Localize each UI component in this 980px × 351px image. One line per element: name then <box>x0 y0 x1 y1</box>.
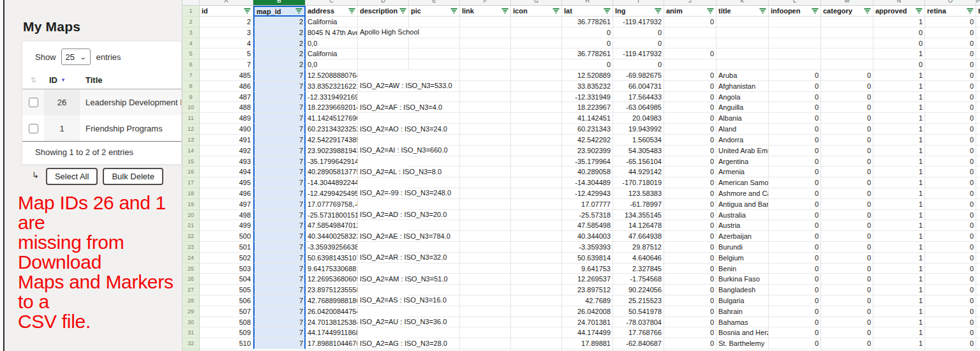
cell[interactable]: 0 <box>664 306 716 317</box>
cell[interactable]: 0 <box>925 70 976 81</box>
cell[interactable] <box>409 327 460 338</box>
cell[interactable]: Bahrain <box>716 306 769 317</box>
cell[interactable]: 1 <box>873 102 925 113</box>
cell[interactable] <box>409 49 460 59</box>
column-letter-A[interactable]: A <box>200 0 253 6</box>
cell[interactable]: Australia <box>716 210 769 221</box>
row-number[interactable]: 1 <box>182 6 200 17</box>
cell[interactable] <box>460 253 511 264</box>
cell[interactable]: 7 <box>253 220 306 231</box>
cell[interactable]: 0 <box>664 199 716 210</box>
cell[interactable] <box>769 17 821 27</box>
cell[interactable]: 42.542292 <box>562 135 613 146</box>
cell[interactable] <box>511 27 562 38</box>
cell[interactable]: 3 <box>200 27 253 38</box>
cell[interactable]: 0 <box>821 102 873 113</box>
cell[interactable]: 0 <box>821 295 873 306</box>
cell[interactable]: Bangladesh <box>716 285 769 295</box>
cell[interactable] <box>976 264 980 274</box>
cell[interactable]: 506 <box>200 295 253 306</box>
row-number[interactable]: 32 <box>182 338 200 349</box>
cell[interactable]: 510 <box>200 338 253 349</box>
row-number[interactable]: 18 <box>182 188 200 199</box>
cell[interactable]: ISO_A2=AE : ISO_N3=784.0 <box>358 231 409 242</box>
cell[interactable] <box>409 264 460 274</box>
cell[interactable] <box>976 220 980 231</box>
cell[interactable] <box>511 295 562 306</box>
cell[interactable]: 0 <box>821 327 873 338</box>
cell[interactable]: 494 <box>200 167 253 177</box>
cell[interactable] <box>664 59 716 70</box>
cell[interactable]: Albania <box>716 113 769 124</box>
cell[interactable]: -119.417932 <box>613 49 664 59</box>
cell[interactable] <box>511 92 562 103</box>
cell[interactable] <box>976 38 980 49</box>
column-header-map_id[interactable]: map_id <box>253 6 306 17</box>
cell[interactable]: 50.63981435107 <box>306 253 358 264</box>
cell[interactable]: 0 <box>664 327 716 338</box>
cell[interactable]: 40.28905813775 <box>306 167 358 177</box>
cell[interactable] <box>460 59 511 70</box>
cell[interactable]: -1.754568 <box>613 274 664 285</box>
cell[interactable] <box>716 59 769 70</box>
cell[interactable]: 0 <box>925 338 976 349</box>
cell[interactable] <box>460 285 511 295</box>
cell[interactable]: Bulgaria <box>716 295 769 306</box>
cell[interactable]: 486 <box>200 81 253 92</box>
cell[interactable] <box>409 92 460 103</box>
cell[interactable] <box>511 285 562 295</box>
cell[interactable]: 7 <box>253 285 306 295</box>
cell[interactable] <box>716 17 769 27</box>
cell[interactable]: 7 <box>253 146 306 156</box>
cell[interactable]: 42.76889988186 <box>306 295 358 306</box>
cell[interactable] <box>976 306 980 317</box>
cell[interactable]: 490 <box>200 124 253 135</box>
cell[interactable]: 1 <box>873 242 925 253</box>
cell[interactable]: 0 <box>769 317 821 328</box>
cell[interactable]: -3.359393 <box>562 242 613 253</box>
cell[interactable] <box>976 167 980 177</box>
cell[interactable] <box>511 81 562 92</box>
filter-icon[interactable] <box>501 8 509 14</box>
filter-icon[interactable] <box>244 8 251 14</box>
cell[interactable]: 0 <box>664 113 716 124</box>
cell[interactable] <box>821 27 873 38</box>
cell[interactable]: 9.641753 <box>562 264 613 274</box>
cell[interactable]: 1 <box>873 327 925 338</box>
cell[interactable] <box>511 135 562 146</box>
filter-icon[interactable] <box>655 8 662 14</box>
row-number[interactable]: 12 <box>182 124 200 135</box>
cell[interactable]: 1 <box>873 274 925 285</box>
cell[interactable] <box>460 113 511 124</box>
row-number[interactable]: 17 <box>182 177 200 188</box>
cell[interactable]: -63.064985 <box>613 102 664 113</box>
cell[interactable] <box>976 199 980 210</box>
column-header-category[interactable]: category <box>821 6 873 17</box>
cell[interactable]: 0 <box>821 70 873 81</box>
cell[interactable]: 0 <box>925 327 976 338</box>
cell[interactable]: 507 <box>200 306 253 317</box>
cell[interactable]: -119.417932 <box>613 17 664 27</box>
cell[interactable]: Bosnia and Herz <box>716 327 769 338</box>
cell[interactable]: 0 <box>613 27 664 38</box>
cell[interactable]: 0 <box>821 177 873 188</box>
cell[interactable]: 2 <box>253 38 306 49</box>
cell[interactable]: 0 <box>821 274 873 285</box>
cell[interactable]: 19.943992 <box>613 124 664 135</box>
cell[interactable]: 50.639814 <box>562 253 613 264</box>
cell[interactable]: -61.78997 <box>613 199 664 210</box>
cell[interactable] <box>460 338 511 349</box>
cell[interactable]: 0 <box>769 285 821 295</box>
row-number[interactable]: 2 <box>182 17 200 27</box>
row-number[interactable]: 16 <box>182 167 200 177</box>
cell[interactable]: 7 <box>253 156 306 167</box>
cell[interactable]: 1 <box>873 199 925 210</box>
cell[interactable]: 0 <box>925 102 976 113</box>
cell[interactable]: 44.17449911868 <box>306 327 358 338</box>
cell[interactable]: 0 <box>925 92 976 103</box>
cell[interactable]: 0 <box>821 113 873 124</box>
cell[interactable]: 7 <box>253 113 306 124</box>
cell[interactable]: 496 <box>200 188 253 199</box>
cell[interactable]: 47.585498 <box>562 220 613 231</box>
cell[interactable] <box>511 70 562 81</box>
